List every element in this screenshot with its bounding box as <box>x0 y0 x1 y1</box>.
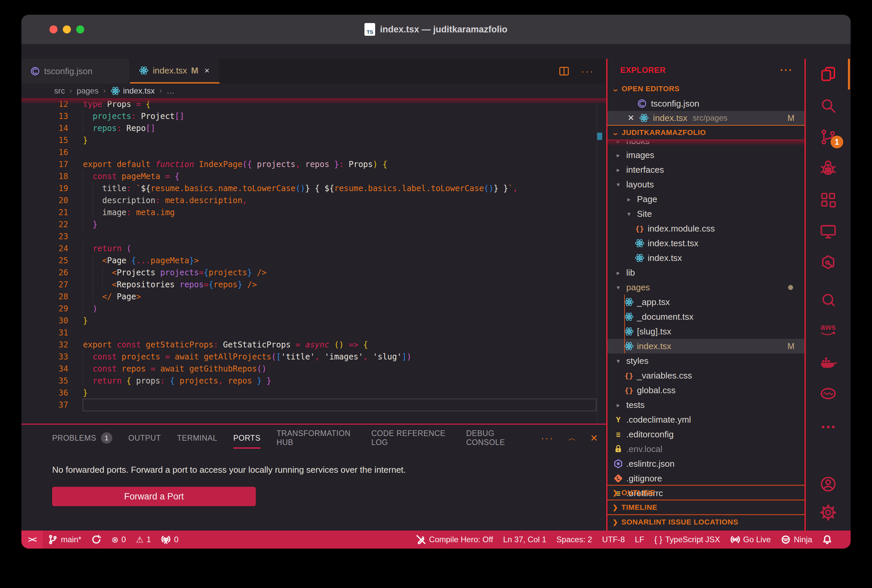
code-editor[interactable]: 12type Props = {13projects: Project[]14r… <box>21 98 606 424</box>
project-root-header[interactable]: ⌄ JUDITKARAMAZFOLIO <box>607 126 804 140</box>
settings-gear-icon[interactable] <box>806 499 851 526</box>
indentation[interactable]: Spaces: 2 <box>551 531 597 549</box>
code-line-15[interactable]: 15} <box>21 134 606 146</box>
section-outline[interactable]: ❯OUTLINE <box>607 485 804 500</box>
debug-icon[interactable] <box>806 155 851 182</box>
code-line-29[interactable]: 29) <box>21 303 606 315</box>
warnings[interactable]: ⚠1 <box>131 531 156 549</box>
ninja[interactable]: Ninja <box>776 531 817 549</box>
code-line-32[interactable]: 32export const getStaticProps: GetStatic… <box>21 339 606 351</box>
account-icon[interactable] <box>806 471 851 498</box>
section-sonarlint-issue-locations[interactable]: ❯SONARLINT ISSUE LOCATIONS <box>607 514 804 529</box>
tree-item-.codeclimate.yml[interactable]: Y.codeclimate.yml <box>607 412 804 427</box>
code-line-25[interactable]: 25<Page {...pageMeta}> <box>21 255 606 267</box>
tree-item-index.tsx[interactable]: index.tsxM <box>607 339 804 354</box>
code-line-30[interactable]: 30} <box>21 315 606 327</box>
breadcrumb[interactable]: src›pages›index.tsx›… <box>21 84 606 98</box>
more-actions-icon[interactable]: ··· <box>581 66 594 77</box>
cursor-position[interactable]: Ln 37, Col 1 <box>498 531 551 549</box>
source-control-icon[interactable]: 1 <box>806 124 851 150</box>
code-line-16[interactable]: 16 <box>21 146 606 158</box>
tree-item-pages[interactable]: ▾pages <box>607 280 804 295</box>
panel-tab-ports[interactable]: PORTS <box>233 424 260 452</box>
panel-tab-output[interactable]: OUTPUT <box>128 424 161 452</box>
tab-close-icon[interactable]: × <box>204 66 209 76</box>
close-icon[interactable]: ✕ <box>590 433 598 444</box>
hexagon-tool-icon[interactable] <box>806 249 851 276</box>
code-line-18[interactable]: 18const pageMeta = { <box>21 170 606 182</box>
explorer-more-actions-icon[interactable]: ··· <box>780 64 793 76</box>
code-line-36[interactable]: 36} <box>21 387 606 399</box>
more-icon[interactable] <box>806 414 851 440</box>
search-icon[interactable] <box>806 92 851 119</box>
panel-tab-transformation-hub[interactable]: TRANSFORMATION HUB <box>277 424 355 452</box>
tree-item-tests[interactable]: ▸tests <box>607 398 804 412</box>
eol[interactable]: LF <box>630 531 649 549</box>
tree-item-index.module.css[interactable]: {}index.module.css <box>607 221 804 236</box>
code-line-17[interactable]: 17export default function IndexPage({ pr… <box>21 158 606 170</box>
tree-item-global.css[interactable]: {}global.css <box>607 383 804 398</box>
tree-item-styles[interactable]: ▾styles <box>607 354 804 368</box>
tree-item-Page[interactable]: ▸Page <box>607 192 804 207</box>
remote-indicator[interactable]: >< <box>21 531 43 549</box>
forward-a-port-button[interactable]: Forward a Port <box>52 487 256 506</box>
tree-item-_app.tsx[interactable]: _app.tsx <box>607 295 804 309</box>
code-line-14[interactable]: 14repos: Repo[] <box>21 122 606 134</box>
notifications-bell[interactable] <box>817 531 837 549</box>
more-actions-icon[interactable]: ··· <box>541 432 554 444</box>
code-line-35[interactable]: 35return { props: { projects, repos } } <box>21 375 606 387</box>
open-editor-index.tsx[interactable]: ✕index.tsxsrc/pagesM <box>607 111 804 126</box>
tree-item-interfaces[interactable]: ▸interfaces <box>607 162 804 177</box>
panel-tab-debug-console[interactable]: DEBUG CONSOLE <box>466 424 525 452</box>
code-line-20[interactable]: 20description: meta.description, <box>21 195 606 207</box>
tree-item-lib[interactable]: ▸lib <box>607 265 804 280</box>
tree-item-index.test.tsx[interactable]: index.test.tsx <box>607 236 804 250</box>
section-timeline[interactable]: ❯TIMELINE <box>607 500 804 514</box>
tree-item-index.tsx[interactable]: index.tsx <box>607 250 804 265</box>
tree-item-.editorconfig[interactable]: ≡.editorconfig <box>607 427 804 442</box>
breadcrumb-item-src[interactable]: src <box>54 86 65 96</box>
errors[interactable]: ⊗0 <box>106 531 131 549</box>
tree-item-.env.local[interactable]: .env.local <box>607 442 804 456</box>
code-line-19[interactable]: 19title: `${resume.basics.name.toLowerCa… <box>21 182 606 195</box>
sync[interactable] <box>86 531 106 549</box>
panel-tab-problems[interactable]: PROBLEMS1 <box>52 424 112 452</box>
aws-icon[interactable]: aws <box>806 316 851 343</box>
tree-item-[slug].tsx[interactable]: [slug].tsx <box>607 324 804 339</box>
tab-index.tsx[interactable]: index.tsxM× <box>130 59 220 84</box>
tree-item-.eslintrc.json[interactable]: .eslintrc.json <box>607 456 804 471</box>
breadcrumb-item-…[interactable]: … <box>167 86 174 96</box>
tab-tsconfig.json[interactable]: tsconfig.json <box>21 59 130 84</box>
forwarded-ports[interactable]: 0 <box>156 531 183 549</box>
code-line-27[interactable]: 27<Repositories repos={repos} /> <box>21 279 606 291</box>
tree-item-_document.tsx[interactable]: _document.tsx <box>607 309 804 324</box>
close-icon[interactable]: ✕ <box>628 113 634 123</box>
tree-item-layouts[interactable]: ▾layouts <box>607 177 804 192</box>
breadcrumb-item-index.tsx[interactable]: index.tsx <box>110 86 155 96</box>
code-line-33[interactable]: 33const projects = await getAllProjects(… <box>21 351 606 363</box>
encoding[interactable]: UTF-8 <box>597 531 630 549</box>
code-line-23[interactable]: 23 <box>21 231 606 243</box>
tree-item-Site[interactable]: ▾Site <box>607 207 804 221</box>
split-editor-icon[interactable] <box>558 66 570 77</box>
files-icon[interactable] <box>806 61 851 87</box>
compile-hero[interactable]: Compile Hero: Off <box>411 531 498 549</box>
git-branch[interactable]: main* <box>43 531 86 549</box>
docker-icon[interactable] <box>806 349 851 375</box>
open-editors-header[interactable]: ⌄ OPEN EDITORS <box>607 81 804 96</box>
code-line-13[interactable]: 13projects: Project[] <box>21 110 606 122</box>
quokka-icon[interactable] <box>806 286 851 314</box>
waves-icon[interactable] <box>806 380 851 407</box>
panel-tab-terminal[interactable]: TERMINAL <box>177 424 217 452</box>
language-mode[interactable]: { }TypeScript JSX <box>649 531 725 549</box>
code-line-26[interactable]: 26<Projects projects={projects} /> <box>21 267 606 279</box>
code-line-22[interactable]: 22} <box>21 219 606 231</box>
code-line-31[interactable]: 31 <box>21 327 606 339</box>
panel-tab-code-reference-log[interactable]: CODE REFERENCE LOG <box>371 424 450 452</box>
tree-item-_variables.css[interactable]: {}_variables.css <box>607 368 804 383</box>
tree-item-hooks[interactable]: ▸hooks <box>607 140 804 148</box>
tree-item-images[interactable]: ▸images <box>607 148 804 162</box>
tree-item-.gitignore[interactable]: .gitignore <box>607 471 804 486</box>
code-line-21[interactable]: 21image: meta.img <box>21 207 606 219</box>
code-line-28[interactable]: 28</ Page> <box>21 291 606 303</box>
